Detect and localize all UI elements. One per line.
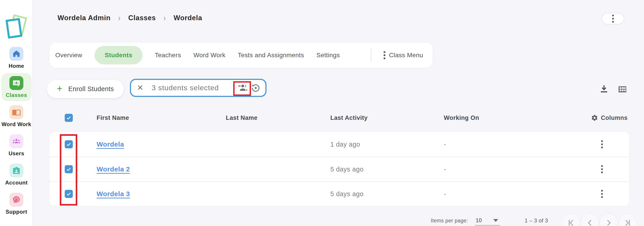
clear-selection-icon[interactable]: × bbox=[137, 83, 143, 92]
student-link[interactable]: Wordela 3 bbox=[96, 190, 130, 198]
chevron-right-icon: › bbox=[118, 13, 121, 23]
items-per-page-label: Items per page: bbox=[431, 218, 468, 224]
working-on-cell: - bbox=[444, 141, 591, 148]
tab-overview[interactable]: Overview bbox=[55, 52, 82, 59]
items-per-page-select[interactable]: 10 bbox=[475, 216, 500, 226]
tab-word-work[interactable]: Word Work bbox=[194, 52, 226, 59]
page-kebab-menu-button[interactable] bbox=[602, 13, 624, 24]
columns-settings-button[interactable]: Columns bbox=[591, 114, 629, 121]
row-kebab-menu-button[interactable] bbox=[596, 136, 608, 152]
checkmark-icon bbox=[66, 166, 72, 172]
column-header-working-on[interactable]: Working On bbox=[444, 114, 591, 121]
kebab-menu-icon bbox=[612, 14, 614, 23]
sidebar-item-word-work[interactable]: Word Work bbox=[1, 102, 32, 130]
wordela-admin-page: Home Classes bbox=[0, 0, 644, 226]
student-link[interactable]: Wordela 2 bbox=[96, 165, 130, 173]
pagination-bar: Items per page: 10 1 – 3 of 3 bbox=[431, 213, 637, 226]
enroll-students-button[interactable]: + Enroll Students bbox=[47, 80, 124, 98]
select-all-checkbox[interactable] bbox=[65, 114, 73, 122]
sidebar-item-label: Account bbox=[5, 180, 28, 186]
kebab-menu-icon bbox=[601, 140, 603, 148]
kebab-menu-icon bbox=[601, 190, 603, 198]
first-page-icon bbox=[567, 219, 575, 226]
table-row: Wordela 2 5 days ago - bbox=[50, 157, 629, 181]
sidebar-item-support[interactable]: Support bbox=[1, 190, 32, 218]
book-icon bbox=[10, 105, 23, 119]
unenroll-students-button[interactable] bbox=[236, 81, 249, 95]
class-menu-button[interactable]: Class Menu bbox=[384, 51, 423, 59]
sidebar-item-home[interactable]: Home bbox=[1, 44, 32, 72]
sidebar-item-account[interactable]: Account bbox=[1, 161, 32, 189]
classes-icon bbox=[10, 76, 23, 90]
table-header-row: First Name Last Name Last Activity Worki… bbox=[50, 109, 629, 127]
sidebar-item-label: Word Work bbox=[2, 121, 32, 127]
headset-support-icon bbox=[10, 193, 23, 207]
logo-sheet-teal bbox=[6, 18, 22, 39]
kebab-menu-icon bbox=[601, 165, 603, 173]
grid-view-icon bbox=[617, 84, 628, 94]
table-row: Wordela 3 5 days ago - bbox=[50, 181, 629, 206]
row-checkbox[interactable] bbox=[65, 140, 73, 148]
breadcrumb-item-classes[interactable]: Classes bbox=[128, 14, 156, 22]
last-activity-cell: 5 days ago bbox=[330, 166, 444, 173]
home-icon bbox=[10, 47, 23, 61]
tab-students[interactable]: Students bbox=[94, 46, 142, 64]
tabs-divider bbox=[371, 49, 371, 62]
reset-progress-button[interactable] bbox=[249, 81, 262, 95]
selection-chip: × 3 students selected bbox=[130, 79, 266, 97]
gear-icon bbox=[591, 114, 598, 121]
users-icon bbox=[10, 134, 23, 148]
plus-icon: + bbox=[57, 84, 62, 93]
working-on-cell: - bbox=[444, 190, 591, 198]
sidebar-nav: Home Classes bbox=[0, 44, 33, 219]
kebab-menu-icon bbox=[384, 51, 385, 59]
wordela-logo-icon bbox=[4, 14, 28, 40]
id-badge-icon bbox=[10, 164, 23, 178]
first-page-button[interactable] bbox=[562, 214, 580, 226]
row-checkbox[interactable] bbox=[65, 190, 73, 198]
page-range-text: 1 – 3 of 3 bbox=[525, 218, 548, 224]
row-checkbox[interactable] bbox=[65, 165, 73, 173]
chevron-left-icon bbox=[586, 219, 594, 226]
sidebar-item-label: Support bbox=[6, 209, 27, 215]
last-activity-cell: 1 day ago bbox=[330, 141, 444, 148]
next-page-button[interactable] bbox=[599, 214, 618, 226]
breadcrumb-item-class-name[interactable]: Wordela bbox=[174, 14, 202, 22]
sidebar-item-label: Classes bbox=[6, 92, 27, 98]
sidebar-item-classes[interactable]: Classes bbox=[1, 73, 32, 101]
download-icon bbox=[599, 84, 609, 94]
breadcrumb: Wordela Admin › Classes › Wordela bbox=[58, 14, 202, 22]
breadcrumb-item-admin[interactable]: Wordela Admin bbox=[58, 14, 110, 22]
row-kebab-menu-button[interactable] bbox=[596, 186, 608, 202]
enroll-students-label: Enroll Students bbox=[68, 85, 114, 93]
sidebar-item-label: Home bbox=[8, 63, 24, 69]
last-page-button[interactable] bbox=[618, 214, 637, 226]
checkmark-icon bbox=[66, 115, 72, 121]
chevron-right-icon bbox=[604, 219, 613, 226]
tab-tests-assignments[interactable]: Tests and Assignments bbox=[238, 52, 304, 59]
dropdown-caret-icon bbox=[493, 219, 498, 222]
restore-icon bbox=[251, 83, 261, 93]
columns-label: Columns bbox=[601, 114, 628, 121]
student-link[interactable]: Wordela bbox=[96, 141, 124, 148]
previous-page-button[interactable] bbox=[580, 214, 599, 226]
tab-teachers[interactable]: Teachers bbox=[155, 52, 181, 59]
column-header-first-name[interactable]: First Name bbox=[96, 114, 226, 121]
checkmark-icon bbox=[66, 191, 72, 197]
items-per-page-value: 10 bbox=[476, 217, 482, 224]
tab-settings[interactable]: Settings bbox=[316, 52, 340, 59]
download-button[interactable] bbox=[598, 83, 610, 95]
row-kebab-menu-button[interactable] bbox=[596, 161, 608, 177]
selection-count-text: 3 students selected bbox=[152, 84, 219, 92]
students-table: Wordela 1 day ago - Wordela 2 5 days ago… bbox=[50, 132, 629, 206]
class-tabs-bar: Overview Students Teachers Word Work Tes… bbox=[50, 43, 432, 68]
working-on-cell: - bbox=[444, 166, 591, 173]
sidebar-item-label: Users bbox=[8, 150, 24, 157]
column-header-last-activity[interactable]: Last Activity bbox=[330, 114, 444, 121]
last-activity-cell: 5 days ago bbox=[330, 190, 444, 198]
person-remove-icon bbox=[238, 83, 248, 93]
table-view-button[interactable] bbox=[616, 83, 629, 96]
pager-buttons bbox=[562, 209, 637, 226]
column-header-last-name[interactable]: Last Name bbox=[226, 114, 330, 121]
sidebar-item-users[interactable]: Users bbox=[1, 132, 32, 159]
